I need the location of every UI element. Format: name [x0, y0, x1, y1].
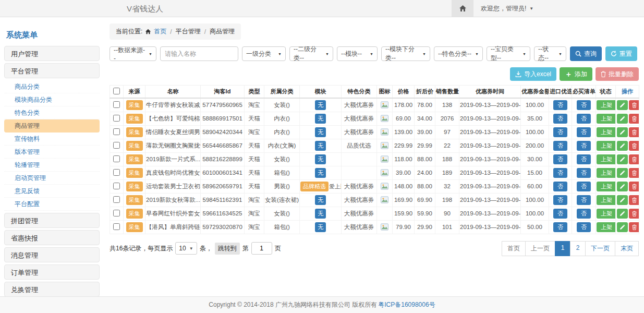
- jump-page-input[interactable]: [251, 242, 272, 255]
- status-button[interactable]: 上架: [597, 168, 616, 178]
- edit-button[interactable]: [617, 114, 628, 124]
- row-checkbox[interactable]: [113, 210, 120, 216]
- status-button[interactable]: 上架: [597, 195, 616, 205]
- status-button[interactable]: 上架: [597, 209, 616, 219]
- breadcrumb-home-link[interactable]: 首页: [154, 27, 166, 36]
- must-buy-toggle-button[interactable]: 否: [577, 114, 591, 124]
- add-button[interactable]: ＋ 添加: [560, 67, 592, 81]
- pager-button[interactable]: 1: [555, 241, 570, 256]
- edit-button[interactable]: [617, 168, 628, 178]
- sidebar-item[interactable]: 商品分类: [4, 80, 100, 93]
- delete-button[interactable]: [629, 127, 639, 137]
- filter-select[interactable]: --特色分类--▼: [434, 46, 483, 61]
- pager-button[interactable]: 首页: [502, 241, 526, 256]
- row-checkbox[interactable]: [113, 196, 120, 203]
- delete-button[interactable]: [629, 154, 639, 164]
- edit-button[interactable]: [617, 154, 628, 164]
- import-toggle-button[interactable]: 否: [553, 168, 567, 178]
- delete-button[interactable]: [629, 168, 639, 178]
- sidebar-group[interactable]: 平台管理: [4, 63, 100, 78]
- sidebar-item[interactable]: 特色分类: [4, 106, 100, 119]
- import-toggle-button[interactable]: 否: [553, 100, 567, 110]
- jump-button[interactable]: 跳转到: [215, 243, 240, 255]
- sidebar-item[interactable]: 意见反馈: [4, 185, 100, 198]
- sidebar-item[interactable]: 模块商品分类: [4, 93, 100, 106]
- icp-link[interactable]: 粤ICP备16098006号: [378, 300, 435, 309]
- status-button[interactable]: 上架: [597, 114, 616, 124]
- row-checkbox[interactable]: [113, 101, 120, 108]
- filter-select[interactable]: --模块下分类--▼: [381, 46, 430, 61]
- sidebar-item[interactable]: 启动页管理: [4, 172, 100, 185]
- import-toggle-button[interactable]: 否: [553, 114, 567, 124]
- edit-button[interactable]: [617, 182, 628, 191]
- edit-button[interactable]: [617, 195, 628, 205]
- row-checkbox[interactable]: [113, 155, 120, 162]
- filter-select[interactable]: --数据来源--▼: [110, 46, 156, 61]
- batch-delete-button[interactable]: 批量删除: [596, 67, 639, 81]
- edit-button[interactable]: [617, 209, 628, 219]
- must-buy-toggle-button[interactable]: 否: [577, 168, 591, 178]
- sidebar-item[interactable]: 版本管理: [4, 146, 100, 159]
- import-toggle-button[interactable]: 否: [553, 141, 567, 151]
- pager-button[interactable]: 末页: [615, 241, 639, 256]
- must-buy-toggle-button[interactable]: 否: [577, 154, 591, 164]
- delete-button[interactable]: [629, 100, 639, 110]
- sidebar-group[interactable]: 兑换管理: [4, 282, 100, 297]
- user-menu[interactable]: 欢迎您，管理员! ▼: [481, 0, 533, 17]
- edit-button[interactable]: [617, 100, 628, 110]
- delete-button[interactable]: [629, 182, 639, 191]
- filter-select[interactable]: --状态--▼: [534, 46, 566, 61]
- sidebar-item[interactable]: 商品管理: [4, 119, 100, 133]
- must-buy-toggle-button[interactable]: 否: [577, 141, 591, 151]
- edit-button[interactable]: [617, 222, 628, 232]
- sidebar-group[interactable]: 用户管理: [4, 46, 100, 61]
- delete-button[interactable]: [629, 195, 639, 205]
- import-toggle-button[interactable]: 否: [553, 127, 567, 137]
- search-button[interactable]: 查询: [570, 46, 602, 61]
- row-checkbox[interactable]: [113, 169, 120, 176]
- edit-button[interactable]: [617, 127, 628, 137]
- must-buy-toggle-button[interactable]: 否: [577, 209, 591, 219]
- must-buy-toggle-button[interactable]: 否: [577, 100, 591, 110]
- filter-select[interactable]: --模块--▼: [337, 46, 378, 61]
- status-button[interactable]: 上架: [597, 222, 616, 232]
- sidebar-group[interactable]: 省惠快报: [4, 230, 100, 245]
- pager-button[interactable]: 上一页: [525, 241, 555, 256]
- sidebar-item[interactable]: 宣传物料: [4, 133, 100, 146]
- import-excel-button[interactable]: 导入excel: [510, 67, 556, 81]
- row-checkbox[interactable]: [113, 128, 120, 135]
- status-button[interactable]: 上架: [597, 154, 616, 164]
- sidebar-item[interactable]: 平台配置: [4, 198, 100, 211]
- delete-button[interactable]: [629, 209, 639, 219]
- status-button[interactable]: 上架: [597, 182, 616, 191]
- sidebar-group[interactable]: 消息管理: [4, 247, 100, 262]
- page-size-select[interactable]: 10 ▼: [175, 242, 197, 255]
- must-buy-toggle-button[interactable]: 否: [577, 182, 591, 191]
- reset-button[interactable]: 重置: [605, 46, 637, 61]
- import-toggle-button[interactable]: 否: [553, 209, 567, 219]
- pager-button[interactable]: 下一页: [585, 241, 615, 256]
- row-checkbox[interactable]: [113, 223, 120, 230]
- import-toggle-button[interactable]: 否: [553, 182, 567, 191]
- row-checkbox[interactable]: [113, 183, 120, 189]
- filter-select[interactable]: --宝贝类型--▼: [487, 46, 530, 61]
- select-all-checkbox[interactable]: [113, 88, 120, 94]
- import-toggle-button[interactable]: 否: [553, 154, 567, 164]
- import-toggle-button[interactable]: 否: [553, 222, 567, 232]
- sidebar-group[interactable]: 订单管理: [4, 264, 100, 280]
- status-button[interactable]: 上架: [597, 100, 616, 110]
- must-buy-toggle-button[interactable]: 否: [577, 222, 591, 232]
- sidebar-item[interactable]: 轮播管理: [4, 159, 100, 172]
- must-buy-toggle-button[interactable]: 否: [577, 195, 591, 205]
- delete-button[interactable]: [629, 222, 639, 232]
- row-checkbox[interactable]: [113, 115, 120, 122]
- row-checkbox[interactable]: [113, 142, 120, 149]
- home-button[interactable]: [452, 0, 473, 17]
- name-input[interactable]: [160, 46, 238, 61]
- pager-button[interactable]: 2: [570, 241, 586, 256]
- delete-button[interactable]: [629, 114, 639, 124]
- sidebar-group[interactable]: 拼团管理: [4, 213, 100, 228]
- status-button[interactable]: 上架: [597, 127, 616, 137]
- filter-select[interactable]: 一级分类▼: [242, 46, 286, 61]
- edit-button[interactable]: [617, 141, 628, 151]
